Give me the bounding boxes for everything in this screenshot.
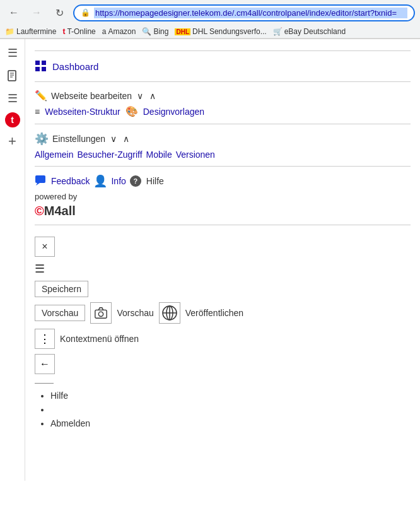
browser-chrome: ← → ↻ 🔒 https://homepagedesigner.telekom… (0, 0, 420, 39)
bottom-menu-hilfe: Hilfe (50, 389, 411, 403)
vorschau-camera-button[interactable] (90, 302, 112, 324)
bottom-menu: Hilfe Abmelden (35, 389, 411, 430)
svg-rect-5 (42, 61, 46, 65)
settings-gear-icon: ⚙️ (35, 132, 49, 146)
vorschau2-label: Vorschau (117, 308, 153, 318)
divider-top (35, 50, 411, 51)
bottom-menu-abmelden: Abmelden (50, 416, 411, 430)
hilfe-nav-label: Hilfe (146, 176, 164, 186)
bookmark-dhl[interactable]: DHL DHL Sendungsverfo... (175, 27, 266, 36)
allgemein-link[interactable]: Allgemein (35, 150, 73, 160)
footer-links-row: Feedback 👤 Info ? Hilfe (35, 172, 411, 191)
webseite-expand-up[interactable]: ∧ (148, 91, 157, 101)
divider-4 (35, 225, 411, 225)
lock-icon: 🔒 (81, 8, 90, 17)
toolbar-section: × ☰ Speichern Vorschau Vorschau (35, 230, 411, 380)
webseite-expand-down[interactable]: ∨ (136, 91, 144, 101)
back-icon: ← (40, 358, 50, 370)
page-layout: ☰ ☰ t + Dashboard (0, 39, 420, 481)
einstellungen-expand-down[interactable]: ∨ (109, 134, 118, 144)
einstellungen-expand-up[interactable]: ∧ (122, 134, 131, 144)
svg-point-11 (99, 312, 103, 316)
main-content: Dashboard ✏️ Webseite bearbeiten ∨ ∧ ≡ W… (25, 39, 420, 481)
sidebar-hamburger-top[interactable]: ☰ (4, 44, 21, 62)
question-icon: ? (130, 175, 141, 187)
sidebar-page-icon[interactable] (4, 67, 21, 85)
folder-icon: 📁 (5, 27, 15, 36)
dots-icon: ⋮ (39, 336, 50, 341)
left-sidebar: ☰ ☰ t + (0, 39, 25, 481)
feedback-speech-icon (35, 175, 47, 188)
bing-icon: 🔍 (142, 27, 151, 36)
speichern-button[interactable]: Speichern (35, 281, 88, 297)
sidebar-hamburger-bottom[interactable]: ☰ (4, 90, 21, 107)
sub-menu-row: ≡ Webseiten-Struktur 🎨 Designvorlagen (35, 104, 411, 119)
forward-button[interactable]: → (28, 4, 45, 21)
svg-rect-0 (8, 71, 16, 81)
amazon-icon: a (102, 27, 107, 36)
bookmark-ebay[interactable]: 🛒 eBay Deutschland (273, 27, 346, 36)
dashboard-link[interactable]: Dashboard (52, 61, 98, 72)
close-button[interactable]: × (35, 237, 55, 257)
hamburger-menu-icon[interactable]: ☰ (35, 259, 411, 278)
info-link[interactable]: Info (111, 176, 125, 186)
vorschau-row: Vorschau Vorschau (35, 300, 411, 326)
url-text: https://homepagedesigner.telekom.de/.cm4… (94, 8, 407, 18)
svg-rect-4 (35, 61, 40, 65)
browser-toolbar: ← → ↻ 🔒 https://homepagedesigner.telekom… (0, 0, 420, 25)
palette-icon: 🎨 (125, 105, 138, 117)
besucher-zugriff-link[interactable]: Besucher-Zugriff (77, 150, 142, 160)
pencil-icon: ✏️ (35, 90, 47, 102)
back-button[interactable]: ← (5, 4, 23, 21)
close-icon: × (42, 241, 47, 252)
kontextmenu-label: Kontextmenü öffnen (60, 334, 139, 344)
abmelden-link[interactable]: Abmelden (50, 418, 90, 428)
info-person-icon: 👤 (93, 174, 107, 188)
kontextmenu-row: ⋮ Kontextmenü öffnen (35, 326, 411, 351)
refresh-button[interactable]: ↻ (50, 4, 68, 21)
settings-links: Allgemein Besucher-Zugriff Mobile Versio… (35, 148, 411, 161)
separator-line (35, 383, 54, 384)
back-nav-button[interactable]: ← (35, 354, 55, 374)
divider-3 (35, 166, 411, 167)
bookmark-bing[interactable]: 🔍 Bing (142, 27, 168, 36)
vorschau-button[interactable]: Vorschau (35, 305, 85, 321)
einstellungen-row: ⚙️ Einstellungen ∨ ∧ (35, 129, 411, 148)
context-menu-button[interactable]: ⋮ (35, 329, 55, 349)
svg-rect-10 (95, 310, 107, 318)
feedback-link[interactable]: Feedback (51, 176, 90, 186)
svg-rect-6 (35, 67, 40, 71)
powered-by-text: powered by (35, 191, 411, 203)
veroffentlichen-button[interactable] (159, 302, 180, 324)
veroffentlichen-label: Veröffentlichen (185, 308, 243, 318)
svg-rect-8 (35, 175, 45, 183)
designvorlagen-link[interactable]: Designvorlagen (143, 107, 204, 117)
bookmark-tonline[interactable]: t T-Online (62, 27, 95, 36)
tonline-icon: t (62, 27, 65, 36)
webseite-bearbeiten-row: ✏️ Webseite bearbeiten ∨ ∧ (35, 87, 411, 104)
divider-1 (35, 81, 411, 82)
einstellungen-label: Einstellungen (52, 134, 105, 144)
divider-2 (35, 124, 411, 124)
versionen-link[interactable]: Versionen (176, 150, 215, 160)
svg-rect-7 (42, 67, 46, 71)
dashboard-icon (35, 60, 47, 73)
ebay-icon: 🛒 (273, 27, 283, 36)
lines-icon: ≡ (35, 107, 40, 117)
cm4all-c-icon: © (35, 204, 44, 218)
bottom-menu-empty (50, 403, 411, 416)
address-bar[interactable]: 🔒 https://homepagedesigner.telekom.de/.c… (73, 4, 415, 21)
bookmark-amazon[interactable]: a Amazon (102, 27, 136, 36)
webseite-label: Webseite bearbeiten (51, 91, 132, 101)
bookmarks-bar: 📁 Lauftermine t T-Online a Amazon 🔍 Bing… (0, 25, 420, 38)
telekom-logo[interactable]: t (5, 112, 20, 127)
sidebar-add-button[interactable]: + (4, 132, 21, 150)
mobile-link[interactable]: Mobile (146, 150, 172, 160)
cm4all-logo: ©M4all (35, 203, 411, 220)
bookmark-lauftermine[interactable]: 📁 Lauftermine (5, 27, 56, 36)
svg-marker-9 (36, 183, 40, 185)
webseiten-struktur-link[interactable]: Webseiten-Struktur (45, 107, 120, 117)
dhl-icon: DHL (175, 28, 190, 35)
dashboard-row: Dashboard (35, 56, 411, 76)
hilfe-bottom-link[interactable]: Hilfe (50, 391, 68, 401)
